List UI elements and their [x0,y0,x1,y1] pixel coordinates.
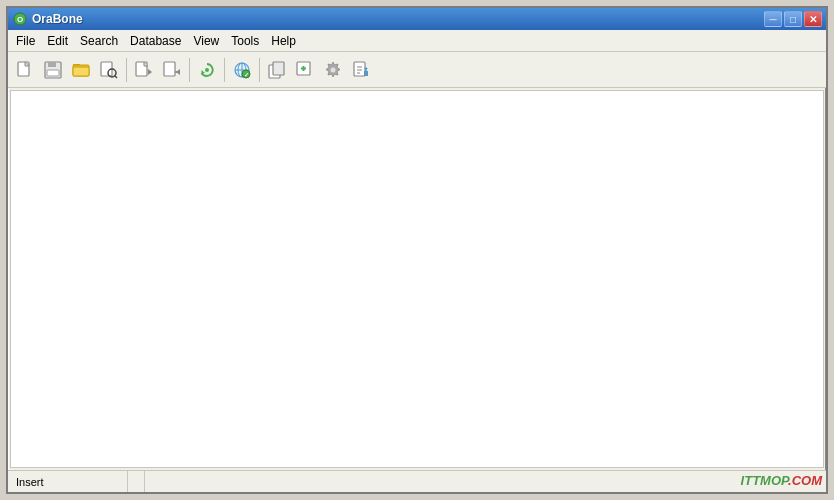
svg-rect-4 [48,62,56,67]
svg-point-31 [331,67,336,72]
new-obj-button[interactable] [292,57,318,83]
menu-edit[interactable]: Edit [41,32,74,50]
save-button[interactable] [40,57,66,83]
save-icon [43,60,63,80]
search-doc-icon [99,60,119,80]
refresh-icon [197,60,217,80]
copy-obj-button[interactable] [264,57,290,83]
settings-button[interactable] [320,57,346,83]
sep3 [224,58,225,82]
svg-point-18 [205,68,209,72]
titlebar-left: O OraBone [12,11,83,27]
menu-search[interactable]: Search [74,32,124,50]
menubar: File Edit Search Database View Tools Hel… [8,30,826,52]
svg-line-11 [115,76,117,78]
svg-rect-32 [354,62,365,76]
open-icon [71,60,91,80]
window-title: OraBone [32,12,83,26]
maximize-button[interactable]: □ [784,11,802,27]
report-button[interactable] [348,57,374,83]
menu-database[interactable]: Database [124,32,187,50]
watermark-part2: .COM [788,473,822,488]
status-insert: Insert [8,471,128,492]
refresh-button[interactable] [194,57,220,83]
connect-button[interactable]: ✓ [229,57,255,83]
import-button[interactable] [159,57,185,83]
app-icon: O [12,11,28,27]
svg-rect-26 [273,62,284,75]
watermark-part1: ITTMOP [741,473,788,488]
main-window: O OraBone ─ □ ✕ File Edit Search Databas… [6,6,828,494]
svg-marker-17 [202,70,206,74]
svg-rect-8 [73,67,89,76]
toolbar: ✓ [8,52,826,88]
close-button[interactable]: ✕ [804,11,822,27]
sep4 [259,58,260,82]
report-icon [351,60,371,80]
insert-label: Insert [16,476,44,488]
main-content [10,90,824,468]
svg-text:O: O [17,15,23,24]
svg-rect-14 [164,62,175,76]
sep2 [189,58,190,82]
settings-icon [323,60,343,80]
new-button[interactable] [12,57,38,83]
titlebar: O OraBone ─ □ ✕ [8,8,826,30]
statusbar: Insert [8,470,826,492]
minimize-button[interactable]: ─ [764,11,782,27]
new-obj-icon [295,60,315,80]
export-icon [134,60,154,80]
import-icon [162,60,182,80]
connect-icon: ✓ [232,60,252,80]
search-button[interactable] [96,57,122,83]
menu-help[interactable]: Help [265,32,302,50]
open-button[interactable] [68,57,94,83]
sep1 [126,58,127,82]
export-button[interactable] [131,57,157,83]
new-icon [15,60,35,80]
copy-obj-icon [267,60,287,80]
svg-text:✓: ✓ [244,72,249,78]
menu-tools[interactable]: Tools [225,32,265,50]
svg-rect-5 [47,70,59,76]
status-extra [128,471,145,492]
menu-file[interactable]: File [10,32,41,50]
window-controls: ─ □ ✕ [764,11,822,27]
menu-view[interactable]: View [187,32,225,50]
svg-marker-13 [148,69,152,75]
watermark: ITTMOP.COM [741,473,822,488]
